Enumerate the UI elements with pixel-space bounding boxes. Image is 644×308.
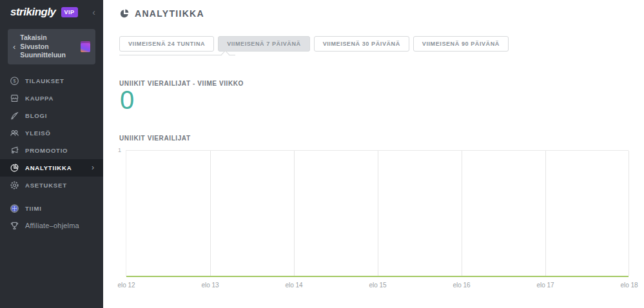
selected-tab-indicator [119, 55, 235, 55]
back-button-label: Takaisin Sivuston Suunnitteluun [20, 34, 76, 60]
logo-row: strikingly VIP ‹ [0, 0, 103, 24]
sidebar-item-tiimi[interactable]: TIIMI [0, 200, 103, 217]
sidebar-item-label: BLOGI [25, 112, 47, 119]
trophy-icon [9, 220, 19, 231]
chart-gridline [378, 151, 378, 276]
sidebar-item-label: YLEISÖ [25, 130, 51, 137]
globe-icon [9, 203, 19, 213]
sidebar-item-blogi[interactable]: BLOGI [0, 107, 103, 124]
chart-gridline [629, 151, 629, 276]
x-axis-tick: elo 17 [536, 282, 554, 289]
stats-label: UNIIKIT VIERAILIJAT - VIIME VIIKKO [119, 80, 244, 87]
visitors-chart-plot: 1 elo 12elo 13elo 14elo 15elo 16elo 17el… [126, 150, 629, 276]
pie-chart-icon [9, 162, 19, 173]
x-axis-tick: elo 13 [201, 282, 219, 289]
x-axis-tick: elo 14 [285, 282, 302, 289]
x-axis-tick: elo 15 [369, 282, 386, 289]
sidebar-nav: $TILAUKSETKAUPPABLOGIYLEISÖPROMOOTIOANAL… [0, 72, 103, 194]
sidebar-item-label: TIIMI [25, 205, 42, 212]
sidebar-item-label: PROMOOTIO [25, 147, 68, 154]
filter-button-3[interactable]: VIIMEISENÄ 90 PÄIVÄNÄ [413, 36, 509, 52]
y-axis-tick: 1 [118, 147, 121, 153]
strikingly-logo: strikingly [10, 6, 56, 19]
page-title: ANALYTIIKKA [135, 8, 204, 19]
svg-text:$: $ [13, 78, 16, 84]
sidebar-item-tilaukset[interactable]: $TILAUKSET [0, 72, 103, 90]
pie-chart-icon [119, 8, 130, 19]
sidebar-nav-secondary: TIIMIAffiliate–ohjelma [0, 200, 103, 235]
sidebar-item-yleis-[interactable]: YLEISÖ [0, 124, 103, 142]
sidebar-item-kauppa[interactable]: KAUPPA [0, 90, 103, 107]
sidebar-item-label: ASETUKSET [25, 182, 67, 189]
main-content: ANALYTIIKKA VIIMEISENÄ 24 TUNTINAVIIMEIS… [103, 0, 644, 308]
chart-gridline [462, 151, 462, 276]
page-header: ANALYTIIKKA [119, 8, 204, 19]
sidebar-item-promootio[interactable]: PROMOOTIO [0, 142, 103, 159]
chart-gridline [294, 151, 295, 276]
chevron-right-icon: › [92, 164, 94, 171]
x-axis-tick: elo 12 [117, 282, 135, 289]
audience-people-icon [9, 128, 19, 138]
time-filter-row: VIIMEISENÄ 24 TUNTINAVIIMEISENÄ 7 PÄIVÄN… [119, 36, 509, 52]
caret-up-icon [221, 50, 229, 59]
filter-button-2[interactable]: VIIMEISENÄ 30 PÄIVÄNÄ [314, 36, 409, 52]
filter-button-0[interactable]: VIIMEISENÄ 24 TUNTINA [119, 36, 214, 52]
nav-divider [0, 194, 103, 198]
orders-dollar-icon: $ [9, 75, 19, 86]
sidebar-item-asetukset[interactable]: ASETUKSET [0, 177, 103, 194]
quill-icon [9, 110, 19, 120]
megaphone-icon [9, 145, 19, 155]
x-axis-tick: elo 16 [453, 282, 470, 289]
sidebar-item-affiliate-ohjelma[interactable]: Affiliate–ohjelma [0, 217, 103, 235]
sidebar-item-label: Affiliate–ohjelma [25, 222, 79, 229]
sidebar: strikingly VIP ‹ ‹ Takaisin Sivuston Suu… [0, 0, 103, 308]
store-icon [9, 93, 19, 103]
sidebar-item-analytiikka[interactable]: ANALYTIIKKA› [0, 159, 103, 177]
chart-gridline [210, 151, 211, 276]
vip-badge: VIP [61, 7, 78, 17]
gear-icon [9, 180, 19, 190]
chart-data-line [126, 276, 629, 277]
site-thumbnail-icon [81, 41, 90, 52]
unique-visitors-count: 0 [120, 86, 134, 114]
filter-button-1[interactable]: VIIMEISENÄ 7 PÄIVÄNÄ [218, 36, 310, 52]
sidebar-collapse-icon[interactable]: ‹ [92, 8, 95, 17]
sidebar-item-label: KAUPPA [25, 95, 54, 102]
chart-title: UNIIKIT VIERAILIJAT [119, 135, 191, 142]
back-to-site-editor-button[interactable]: ‹ Takaisin Sivuston Suunnitteluun [8, 29, 95, 64]
chevron-left-icon: ‹ [13, 43, 15, 51]
chart-gridline [545, 151, 546, 276]
x-axis-tick: elo 18 [620, 282, 638, 289]
sidebar-item-label: ANALYTIIKKA [25, 164, 72, 171]
sidebar-item-label: TILAUKSET [25, 77, 64, 84]
